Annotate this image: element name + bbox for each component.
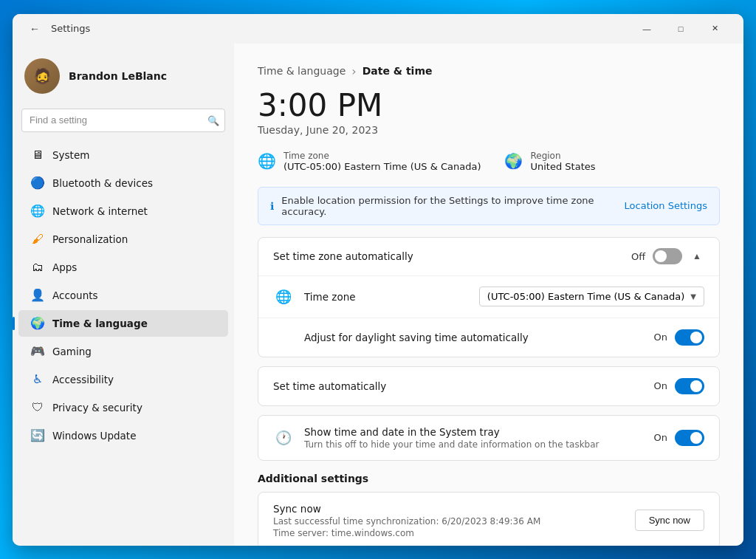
timezone-value: (UTC-05:00) Eastern Time (US & Canada) [284, 161, 481, 172]
auto-time-toggle[interactable] [675, 378, 704, 394]
personalization-icon: 🖌 [30, 232, 45, 247]
network-icon: 🌐 [30, 204, 45, 219]
breadcrumb: Time & language › Date & time [258, 64, 720, 78]
sync-control: Sync now [635, 510, 704, 531]
sidebar-item-label: Privacy & security [52, 402, 142, 414]
sidebar-item-apps[interactable]: 🗂 Apps [18, 254, 228, 281]
system-tray-label: Show time and date in the System tray [304, 426, 654, 438]
bluetooth-icon: 🔵 [30, 176, 45, 191]
timezone-row-icon: 🌐 [273, 287, 294, 307]
sync-text: Sync now Last successful time synchroniz… [273, 503, 635, 538]
system-tray-toggle[interactable] [675, 430, 704, 446]
sidebar-item-bluetooth[interactable]: 🔵 Bluetooth & devices [18, 170, 228, 196]
auto-time-card: Set time automatically On [258, 366, 720, 406]
toggle-thumb [690, 432, 702, 444]
auto-timezone-row: Set time zone automatically Off ▲ [258, 238, 719, 276]
region-globe-icon: 🌍 [504, 152, 523, 170]
system-tray-text: Show time and date in the System tray Tu… [304, 426, 654, 450]
window-content: 🧔 Brandon LeBlanc 🔍 🖥 System 🔵 Bluetooth… [13, 44, 743, 546]
timezone-select-control: (UTC-05:00) Eastern Time (US & Canada) ▼ [479, 287, 704, 306]
settings-window: ← Settings — □ ✕ 🧔 Brandon LeBlanc 🔍 🖥 [13, 14, 743, 546]
user-name: Brandon LeBlanc [69, 70, 167, 82]
sidebar-item-label: Accessibility [52, 374, 114, 385]
windows-update-icon: 🔄 [30, 428, 45, 443]
timezone-info: 🌐 Time zone (UTC-05:00) Eastern Time (US… [258, 151, 481, 172]
breadcrumb-separator: › [351, 64, 356, 78]
daylight-row: Adjust for daylight saving time automati… [258, 318, 719, 357]
sidebar-item-privacy[interactable]: 🛡 Privacy & security [18, 394, 228, 421]
system-icon: 🖥 [30, 148, 45, 162]
sidebar-item-gaming[interactable]: 🎮 Gaming [18, 338, 228, 365]
sidebar-item-label: Apps [52, 261, 77, 273]
sidebar-item-accessibility[interactable]: ♿ Accessibility [18, 366, 228, 393]
timezone-row-label: Time zone [304, 291, 479, 303]
gaming-icon: 🎮 [30, 344, 45, 359]
additional-settings-title: Additional settings [258, 473, 720, 484]
accessibility-icon: ♿ [30, 372, 45, 387]
sidebar-item-label: Accounts [52, 289, 98, 301]
back-button[interactable]: ← [24, 18, 45, 39]
sidebar-item-network[interactable]: 🌐 Network & internet [18, 198, 228, 224]
user-profile[interactable]: 🧔 Brandon LeBlanc [13, 49, 234, 106]
daylight-label: Adjust for daylight saving time automati… [304, 332, 654, 343]
system-tray-sublabel: Turn this off to hide your time and date… [304, 439, 654, 450]
sidebar-item-windows-update[interactable]: 🔄 Windows Update [18, 422, 228, 449]
banner-text: Enable location permission for the Setti… [281, 195, 616, 217]
sync-row: Sync now Last successful time synchroniz… [258, 493, 719, 546]
sidebar-item-label: Windows Update [52, 430, 136, 442]
auto-timezone-control: Off ▲ [631, 248, 704, 264]
timezone-expand-button[interactable]: ▲ [690, 248, 704, 264]
region-info: 🌍 Region United States [504, 151, 595, 172]
sync-detail2: Time server: time.windows.com [273, 528, 635, 538]
sidebar-item-accounts[interactable]: 👤 Accounts [18, 282, 228, 309]
avatar-image: 🧔 [24, 58, 60, 94]
time-language-icon: 🌍 [30, 316, 45, 331]
accounts-icon: 👤 [30, 288, 45, 303]
sync-now-button[interactable]: Sync now [635, 510, 704, 531]
sidebar-item-personalization[interactable]: 🖌 Personalization [18, 226, 228, 253]
auto-timezone-toggle[interactable] [653, 248, 682, 264]
info-icon: ℹ️ [270, 200, 274, 212]
main-content: Time & language › Date & time 3:00 PM Tu… [234, 44, 743, 546]
timezone-dropdown-value: (UTC-05:00) Eastern Time (US & Canada) [487, 291, 684, 302]
privacy-icon: 🛡 [30, 400, 45, 415]
daylight-control: On [654, 329, 704, 346]
toggle-thumb [655, 250, 667, 262]
sidebar-item-label: Time & language [52, 318, 148, 329]
system-tray-state: On [654, 432, 667, 443]
toggle-thumb [690, 332, 702, 343]
timezone-globe-icon: 🌐 [258, 152, 276, 170]
maximize-button[interactable]: □ [664, 17, 698, 41]
system-tray-control: On [654, 430, 704, 446]
search-box: 🔍 [21, 109, 225, 132]
region-value: United States [530, 161, 595, 172]
search-input[interactable] [21, 109, 225, 132]
daylight-state: On [654, 332, 667, 343]
timezone-details: Time zone (UTC-05:00) Eastern Time (US &… [284, 151, 481, 172]
location-settings-link[interactable]: Location Settings [625, 200, 707, 211]
timezone-label: Time zone [284, 151, 481, 161]
auto-time-control: On [654, 378, 704, 394]
sidebar-item-time-language[interactable]: 🌍 Time & language [18, 310, 228, 337]
sidebar-item-system[interactable]: 🖥 System [18, 142, 228, 168]
timezone-select-row: 🌐 Time zone (UTC-05:00) Eastern Time (US… [258, 276, 719, 318]
breadcrumb-parent: Time & language [258, 65, 346, 77]
timezone-dropdown-arrow: ▼ [690, 292, 696, 301]
sidebar-item-label: System [52, 149, 89, 161]
sync-title: Sync now [273, 503, 635, 515]
auto-timezone-label: Set time zone automatically [273, 250, 631, 262]
auto-time-state: On [654, 380, 667, 391]
sidebar: 🧔 Brandon LeBlanc 🔍 🖥 System 🔵 Bluetooth… [13, 44, 234, 546]
current-time: 3:00 PM [258, 90, 720, 121]
minimize-button[interactable]: — [630, 17, 664, 41]
close-button[interactable]: ✕ [698, 17, 732, 41]
location-banner: ℹ️ Enable location permission for the Se… [258, 187, 720, 225]
daylight-toggle[interactable] [675, 329, 704, 346]
auto-time-row: Set time automatically On [258, 367, 719, 405]
window-controls: — □ ✕ [630, 17, 732, 41]
auto-time-label: Set time automatically [273, 380, 654, 392]
sidebar-item-label: Gaming [52, 346, 92, 357]
timezone-dropdown[interactable]: (UTC-05:00) Eastern Time (US & Canada) ▼ [479, 287, 704, 306]
system-tray-icon: 🕐 [273, 428, 294, 448]
breadcrumb-current: Date & time [362, 65, 433, 77]
